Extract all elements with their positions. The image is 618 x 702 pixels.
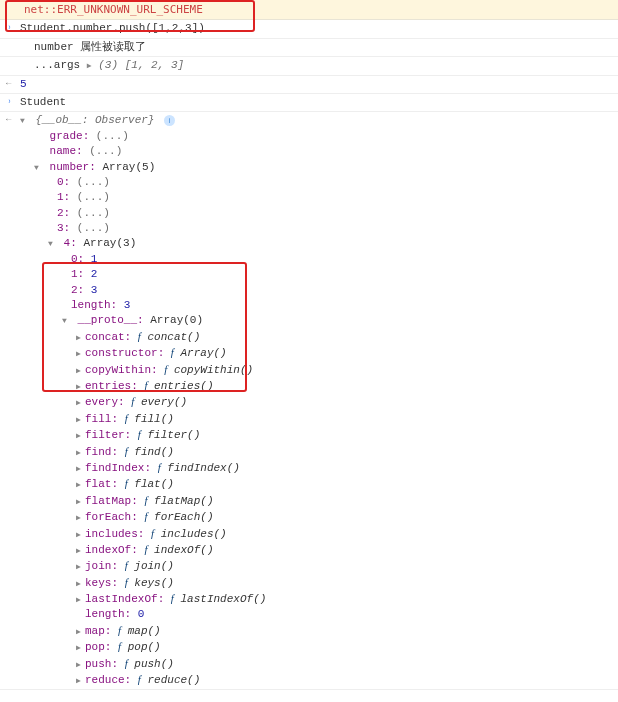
log2-array: [1, 2, 3] <box>125 59 184 71</box>
proto-method[interactable]: lastIndexOf: f lastIndexOf() <box>76 591 614 607</box>
prop-key: grade <box>50 130 83 142</box>
k: length <box>85 608 125 620</box>
prop-grade[interactable]: grade: (...) <box>34 129 614 144</box>
toggle-icon[interactable] <box>76 430 85 441</box>
proto-method[interactable]: flatMap: f flatMap() <box>76 493 614 509</box>
idx-key: 3 <box>57 222 64 234</box>
idx-4[interactable]: 4: Array(3) <box>48 236 614 251</box>
method-name: flat <box>85 478 111 490</box>
idx-2[interactable]: 2: (...) <box>48 206 614 221</box>
method-sig: lastIndexOf() <box>181 593 267 605</box>
v: 0 <box>138 608 145 620</box>
toggle-icon[interactable] <box>76 561 85 572</box>
function-f-icon: f <box>144 494 147 506</box>
function-f-icon: f <box>138 428 141 440</box>
proto-method[interactable]: map: f map() <box>76 623 614 639</box>
method-sig: includes() <box>161 528 227 540</box>
method-sig: indexOf() <box>154 544 213 556</box>
function-f-icon: f <box>125 657 128 669</box>
console-input-line-2[interactable]: › Student <box>0 94 618 112</box>
idx-1[interactable]: 1: (...) <box>48 190 614 205</box>
console-log-line-1[interactable]: number 属性被读取了 <box>0 39 618 57</box>
console-return-object[interactable]: ← {__ob__: Observer} i grade: (...) name… <box>0 112 618 690</box>
toggle-icon[interactable] <box>34 162 43 173</box>
toggle-icon[interactable] <box>76 512 85 523</box>
prop-name[interactable]: name: (...) <box>34 144 614 159</box>
proto-method[interactable]: join: f join() <box>76 558 614 574</box>
object-tree-root: {__ob__: Observer} i grade: (...) name: … <box>20 113 614 688</box>
proto-method[interactable]: filter: f filter() <box>76 427 614 443</box>
return-value: 5 <box>20 77 614 92</box>
toggle-icon[interactable] <box>76 496 85 507</box>
toggle-icon[interactable] <box>76 463 85 474</box>
proto-method[interactable]: find: f find() <box>76 444 614 460</box>
prop-key: name <box>50 145 76 157</box>
proto-method[interactable]: forEach: f forEach() <box>76 509 614 525</box>
toggle-icon[interactable] <box>76 479 85 490</box>
highlight-box-1 <box>5 0 255 32</box>
toggle-icon[interactable] <box>76 642 85 653</box>
method-name: includes <box>85 528 138 540</box>
toggle-icon[interactable] <box>48 238 57 249</box>
proto-method[interactable]: every: f every() <box>76 394 614 410</box>
toggle-icon[interactable] <box>76 414 85 425</box>
toggle-icon[interactable] <box>76 578 85 589</box>
method-name: pop <box>85 641 105 653</box>
toggle-icon[interactable] <box>76 675 85 686</box>
proto-method[interactable]: findIndex: f findIndex() <box>76 460 614 476</box>
toggle-icon[interactable] <box>76 594 85 605</box>
function-f-icon: f <box>144 543 147 555</box>
function-f-icon: f <box>144 510 147 522</box>
function-f-icon: f <box>151 527 154 539</box>
toggle-icon[interactable] <box>20 115 29 126</box>
proto-method[interactable]: reduce: f reduce() <box>76 672 614 688</box>
function-f-icon: f <box>118 624 121 636</box>
idx-val: (...) <box>77 207 110 219</box>
log2: ...args ▶ (3) [1, 2, 3] <box>20 58 614 73</box>
method-name: join <box>85 560 111 572</box>
proto-method[interactable]: push: f push() <box>76 656 614 672</box>
method-name: push <box>85 658 111 670</box>
info-icon[interactable]: i <box>164 115 175 126</box>
toggle-icon[interactable] <box>76 545 85 556</box>
function-f-icon: f <box>125 412 128 424</box>
observer-node[interactable]: {__ob__: Observer} i <box>20 113 614 128</box>
toggle-icon[interactable] <box>76 626 85 637</box>
proto-length[interactable]: length: 0 <box>76 607 614 622</box>
function-f-icon: f <box>171 592 174 604</box>
console-log-line-2[interactable]: ...args ▶ (3) [1, 2, 3] <box>0 57 618 75</box>
input-arrow-icon: › <box>8 96 15 109</box>
toggle-icon[interactable] <box>76 659 85 670</box>
toggle-icon[interactable] <box>76 529 85 540</box>
function-f-icon: f <box>131 395 134 407</box>
toggle-icon[interactable] <box>76 447 85 458</box>
method-sig: flat() <box>134 478 174 490</box>
method-name: map <box>85 625 105 637</box>
method-sig: map() <box>128 625 161 637</box>
method-sig: keys() <box>134 577 174 589</box>
method-sig: fill() <box>134 413 174 425</box>
method-sig: join() <box>134 560 174 572</box>
expand-arrow-icon[interactable]: ▶ <box>87 61 92 70</box>
prop-number[interactable]: number: Array(5) <box>34 160 614 175</box>
method-name: keys <box>85 577 111 589</box>
method-sig: reduce() <box>148 674 201 686</box>
idx-3[interactable]: 3: (...) <box>48 221 614 236</box>
proto-method[interactable]: includes: f includes() <box>76 526 614 542</box>
console-return-line[interactable]: ← 5 <box>0 76 618 94</box>
proto-method[interactable]: flat: f flat() <box>76 476 614 492</box>
highlight-box-2 <box>42 262 247 392</box>
proto-method[interactable]: fill: f fill() <box>76 411 614 427</box>
proto-method[interactable]: indexOf: f indexOf() <box>76 542 614 558</box>
proto-method[interactable]: pop: f pop() <box>76 639 614 655</box>
prop-val: (...) <box>89 145 122 157</box>
method-name: forEach <box>85 511 131 523</box>
method-name: every <box>85 396 118 408</box>
idx-0[interactable]: 0: (...) <box>48 175 614 190</box>
toggle-icon[interactable] <box>76 397 85 408</box>
function-f-icon: f <box>125 445 128 457</box>
prop-key: number <box>50 161 90 173</box>
idx-val: (...) <box>77 176 110 188</box>
prop-val: (...) <box>96 130 129 142</box>
proto-method[interactable]: keys: f keys() <box>76 575 614 591</box>
